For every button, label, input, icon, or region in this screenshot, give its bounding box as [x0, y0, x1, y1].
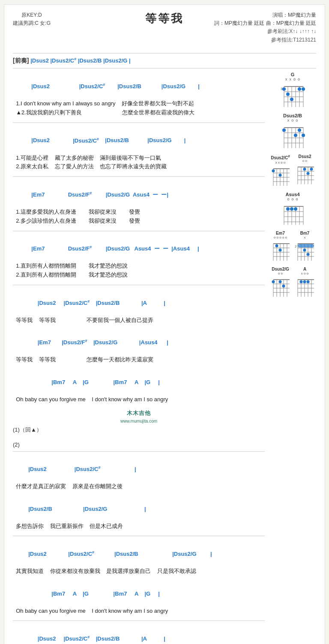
- meta-right: 演唱：MP魔幻力量 詞：MP魔幻力量 廷廷 曲：MP魔幻力量 廷廷 參考刷法:X…: [214, 11, 316, 44]
- svg-point-65: [294, 207, 297, 211]
- diagram-Dsus2-svg: [294, 163, 316, 186]
- svg-point-39: [272, 169, 275, 172]
- diagram-G: G x x o o: [269, 72, 316, 110]
- diagram-Em7: Em7 o o o o o: [269, 231, 292, 264]
- svg-point-100: [278, 280, 281, 283]
- svg-point-52: [310, 168, 313, 171]
- suggested-key-label: 建議男調:C 女:G: [13, 19, 51, 27]
- chord-line-4: |Em7 Dsus2/F# |Dsus2/G Asus4 ー ー |Asus4 …: [13, 236, 265, 262]
- divider-8: [13, 620, 265, 621]
- strum-ref: 參考刷法:X↑↓ ↓↑↑↑ ↑↓: [214, 27, 316, 36]
- intro-section: [前奏] |Dsus2 |Dsus2/C# |Dsus2/B |Dsus2/G …: [13, 57, 316, 65]
- diagram-row-1: Dsus2/C# x x o o: [269, 154, 316, 189]
- intro-bracket: [前奏]: [13, 57, 29, 64]
- chord-line-5: |Dsus2 |Dsus2/C# |Dsus2/B |A |: [13, 290, 265, 316]
- lyric-1a: 1.I don't know why am I always so angry …: [13, 99, 265, 108]
- lyric-4b: 2.直到所有人都悄悄離開 我才驚恐的想說: [13, 271, 265, 280]
- svg-point-88: [306, 253, 309, 256]
- diagram-Asus4-label: Asus4: [269, 192, 316, 197]
- divider-7: [13, 536, 265, 536]
- watermark-block: 木木吉他 www.mumujita.com: [13, 409, 265, 423]
- svg-point-27: [294, 134, 297, 137]
- lyric-14: Oh baby can you forgive me I don't know …: [13, 607, 265, 616]
- diagram-G-markers: x x o o: [269, 77, 316, 81]
- diagram-Asus4-svg: [280, 201, 305, 227]
- diagram-A-markers: x o o: [293, 271, 316, 275]
- diagram-Dsus2-B-markers: x o o: [269, 118, 316, 122]
- performer-label: 演唱：MP魔幻力量: [214, 11, 316, 19]
- divider-3: [13, 176, 265, 177]
- svg-point-112: [303, 280, 306, 283]
- svg-point-76: [278, 248, 281, 251]
- diagram-Dsus2-Csharp: Dsus2/C# x x o o: [269, 154, 292, 189]
- lyric-6: 等等我 等等我 怎麼每一天都比昨天還寂寞: [13, 355, 265, 364]
- svg-point-99: [272, 280, 275, 283]
- svg-point-87: [303, 248, 306, 251]
- divider-top: [13, 53, 316, 54]
- chord-line-15: |Dsus2 |Dsus2/C# |Dsus2/B |A |: [13, 626, 265, 644]
- svg-point-51: [306, 172, 309, 175]
- divider-4: [13, 231, 265, 231]
- chord-line-1: |Dsus2 |Dsus2/C# |Dsus2/B |Dsus2/G |: [13, 74, 265, 99]
- svg-point-50: [303, 168, 306, 171]
- svg-point-64: [290, 207, 293, 211]
- content-with-diagrams: |Dsus2 |Dsus2/C# |Dsus2/B |Dsus2/G | 1.I…: [13, 72, 316, 644]
- chord-line-13: |Dsus2 |Dsus2/C# |Dsus2/B |Dsus2/G |: [13, 541, 265, 566]
- diagram-A-svg: [294, 275, 316, 299]
- lyric-5: 等等我 等等我 不要留我一個人被自己提弄: [13, 316, 265, 325]
- chord-line-14: |Bm7 A |G |Bm7 A |G |: [13, 581, 265, 606]
- chord-line-3: |Em7 Dsus2/F# |Dsus2/G Asus4 ー ー|: [13, 182, 265, 207]
- diagram-Bm7: Bm7 x: [293, 231, 316, 264]
- watermark-url: www.mumujita.com: [13, 419, 265, 423]
- section-4: |Em7 Dsus2/F# |Dsus2/G Asus4 ー ー |Asus4 …: [13, 235, 265, 281]
- chord-line-7: |Bm7 A |G |Bm7 A |G |: [13, 370, 265, 395]
- svg-point-10: [282, 87, 286, 91]
- meta-left: 原KEY:D 建議男調:C 女:G: [13, 11, 51, 27]
- diagram-Dsus2-G-svg: [270, 275, 291, 299]
- svg-point-75: [275, 244, 278, 247]
- section-14: |Bm7 A |G |Bm7 A |G | Oh baby can you fo…: [13, 579, 265, 617]
- diagram-Dsus2-G: Dsus2/G o o: [269, 267, 292, 300]
- svg-text:3: 3: [281, 87, 283, 91]
- diagram-Dsus2-markers: o o: [293, 159, 316, 163]
- credits-label: 詞：MP魔幻力量 廷廷 曲：MP魔幻力量 廷廷: [214, 19, 316, 27]
- chord-line-6: |Em7 |Dsus2/F# |Dsus2/G |Asus4 |: [13, 330, 265, 355]
- lyric-13: 其實我知道 你從來都沒有放棄我 是我選擇放棄自己 只是我不敢承認: [13, 567, 265, 576]
- diagram-A-label: A: [293, 267, 316, 271]
- diagram-Dsus2-Csharp-label: Dsus2/C#: [269, 154, 292, 160]
- diagram-Bm7-markers: x: [293, 236, 316, 239]
- finger-ref: 參考指法:T1213121: [214, 36, 316, 44]
- diagram-row-2: Em7 o o o o o: [269, 231, 316, 264]
- section-13: |Dsus2 |Dsus2/C# |Dsus2/B |Dsus2/G | 其實我…: [13, 540, 265, 578]
- diagram-row-3: Dsus2/G o o: [269, 267, 316, 300]
- repeat-label-1: (1)（回▲）: [13, 426, 265, 434]
- diagram-Dsus2-B-label: Dsus2/B: [269, 113, 316, 118]
- diagram-Em7-label: Em7: [269, 231, 292, 236]
- svg-point-101: [282, 284, 285, 287]
- section-6: |Em7 |Dsus2/F# |Dsus2/G |Asus4 | 等等我 等等我…: [13, 328, 265, 367]
- svg-point-28: [298, 128, 301, 132]
- intro-chords: |Dsus2 |Dsus2/C# |Dsus2/B |Dsus2/G |: [30, 57, 130, 64]
- lyric-12: 多想告訴你 我已重新振作 但是木已成舟: [13, 522, 265, 531]
- svg-point-14: [298, 87, 301, 91]
- diagram-G-svg: 3: [280, 81, 305, 109]
- lyric-2a: 1.可能是心裡 藏了太多的秘密 滿到最後喘不下每一口氣: [13, 154, 265, 163]
- chord-line-12: |Dsus2/B |Dsus2/G |: [13, 496, 265, 522]
- svg-point-111: [299, 280, 302, 283]
- diagram-Dsus2-Csharp-markers: x x o o: [269, 161, 292, 164]
- watermark-text: 木木吉他: [13, 409, 265, 417]
- diagram-Dsus2-B: Dsus2/B x o o: [269, 113, 316, 152]
- diagram-Bm7-svg: 2: [294, 239, 316, 263]
- lyric-7: Oh baby can you forgive me I don't know …: [13, 395, 265, 404]
- svg-point-26: [282, 128, 286, 132]
- svg-point-29: [302, 134, 305, 137]
- svg-point-63: [286, 207, 290, 211]
- divider-5: [13, 285, 265, 285]
- svg-point-40: [278, 173, 281, 176]
- diagram-Dsus2-Csharp-svg: [270, 164, 291, 188]
- diagram-Dsus2: Dsus2 o o: [293, 154, 316, 189]
- lyric-1b: ▲2.我說我窮的只剩下善良 怎麼全世界都在霸凌我的偉大: [13, 108, 265, 117]
- main-page: 原KEY:D 建議男調:C 女:G 等等我 演唱：MP魔幻力量 詞：MP魔幻力量…: [4, 4, 325, 644]
- diagram-Asus4: Asus4 o o o: [269, 192, 316, 228]
- diagram-Dsus2-label: Dsus2: [293, 154, 316, 159]
